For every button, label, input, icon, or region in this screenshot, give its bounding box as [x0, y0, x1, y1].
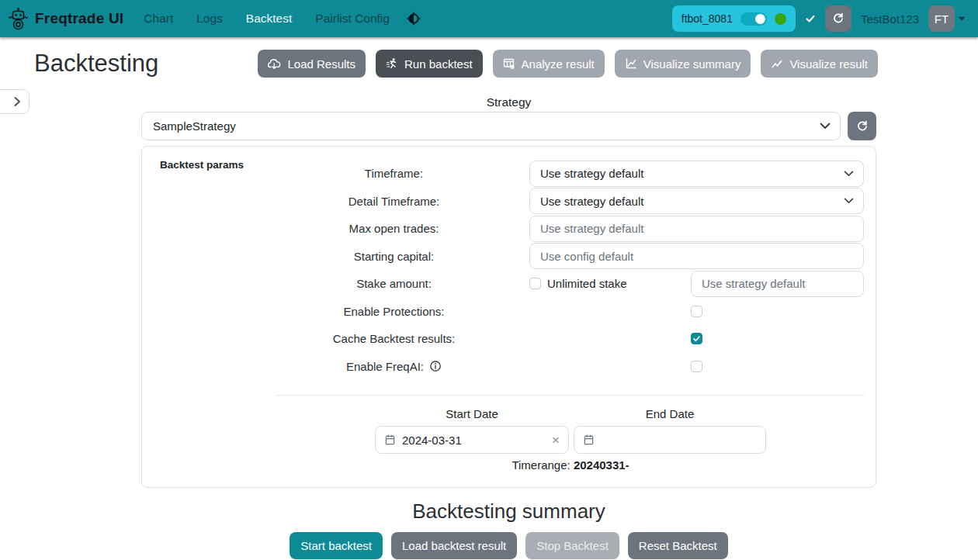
param-row-cache-backtest-results: Cache Backtest results: [142, 325, 863, 353]
info-icon[interactable] [429, 360, 442, 372]
bot-toggle[interactable] [740, 12, 767, 26]
robot-logo-icon [8, 7, 29, 30]
timerange-value: 20240331- [574, 458, 629, 472]
header-buttons: Load Results Run backtest [258, 50, 878, 78]
enable-freqai-checkbox[interactable] [691, 361, 702, 372]
stake-amount-input[interactable] [691, 271, 864, 297]
end-date-label: End Date [574, 407, 766, 420]
param-row-starting-capital: Starting capital: [142, 243, 863, 271]
summary-title: Backtesting summary [141, 500, 876, 524]
page-title: Backtesting [34, 50, 158, 78]
page-header: Backtesting Load Results Run backtest [34, 42, 878, 85]
enable-protections-checkbox[interactable] [691, 306, 702, 317]
bot-badge[interactable]: ftbot_8081 [672, 5, 796, 32]
theme-adjust-icon[interactable] [407, 12, 421, 26]
load-results-button[interactable]: Load Results [258, 50, 366, 78]
stop-backtest-button[interactable]: Stop Backtest [525, 532, 619, 559]
scatter-chart-icon [771, 57, 783, 70]
timeframe-select[interactable]: Use strategy default [529, 161, 864, 187]
run-backtest-button[interactable]: Run backtest [376, 50, 483, 78]
param-row-max-open-trades: Max open trades: [142, 215, 863, 243]
cache-backtest-results-checkbox[interactable] [691, 333, 702, 344]
start-date-label: Start Date [375, 407, 569, 420]
unlimited-stake-checkbox[interactable] [529, 278, 541, 289]
refresh-strategies-button[interactable] [848, 112, 876, 140]
caret-down-icon [958, 16, 966, 22]
divider [276, 395, 865, 396]
unlimited-stake-label: Unlimited stake [547, 277, 627, 290]
analyze-result-button[interactable]: Analyze result [493, 50, 605, 78]
account-menu[interactable]: FT [928, 5, 966, 32]
bot-online-dot [775, 13, 786, 25]
visualize-summary-button[interactable]: Visualize summary [615, 50, 751, 78]
check-icon [805, 13, 816, 24]
nav-link-pairlist-config[interactable]: Pairlist Config [315, 12, 390, 26]
line-chart-icon [625, 57, 637, 70]
clear-date-icon[interactable]: × [552, 434, 560, 447]
param-row-detail-timeframe: Detail Timeframe: Use strategy default [142, 188, 863, 216]
cloud-download-icon [268, 58, 281, 70]
max-open-trades-input[interactable] [529, 216, 864, 242]
strategy-select[interactable]: SampleStrategy [141, 112, 841, 140]
strategy-label: Strategy [141, 95, 876, 109]
main-content: Strategy SampleStrategy Backtest params … [141, 95, 876, 559]
starting-capital-input[interactable] [529, 243, 864, 269]
app-title: Freqtrade UI [35, 10, 123, 27]
refresh-bot-button[interactable] [825, 5, 851, 32]
start-date-value: 2024-03-31 [402, 434, 462, 447]
bot-name: ftbot_8081 [681, 12, 733, 25]
nav-link-backtest[interactable]: Backtest [246, 12, 292, 26]
param-row-enable-protections: Enable Protections: [142, 298, 863, 326]
panel-legend: Backtest params [160, 159, 244, 171]
reset-backtest-button[interactable]: Reset Backtest [628, 532, 728, 559]
navbar-right: ftbot_8081 TestBot123 FT [672, 5, 966, 32]
param-row-timeframe: Timeframe: Use strategy default [142, 160, 863, 188]
end-date-input[interactable] [574, 426, 766, 454]
start-date-input[interactable]: 2024-03-31 × [375, 426, 569, 454]
brand[interactable]: Freqtrade UI [8, 7, 123, 30]
nav-links: Chart Logs Backtest Pairlist Config [144, 12, 390, 26]
load-backtest-result-button[interactable]: Load backtest result [391, 532, 517, 559]
summary-buttons: Start backtest Load backtest result Stop… [141, 532, 876, 559]
param-row-stake-amount: Stake amount: Unlimited stake [142, 270, 863, 298]
chevron-right-icon [12, 96, 22, 107]
chevron-down-icon [844, 198, 854, 204]
backtest-params-panel: Backtest params Timeframe: Use strategy … [141, 146, 876, 488]
start-backtest-button[interactable]: Start backtest [290, 532, 383, 559]
nav-link-logs[interactable]: Logs [196, 12, 223, 26]
nav-link-chart[interactable]: Chart [144, 12, 173, 26]
detail-timeframe-select[interactable]: Use strategy default [529, 188, 864, 214]
table-gear-icon [503, 57, 515, 70]
chevron-down-icon [820, 123, 831, 130]
sidebar-expand-button[interactable] [0, 89, 29, 114]
calendar-icon [384, 434, 396, 446]
avatar[interactable]: FT [928, 5, 955, 32]
visualize-result-button[interactable]: Visualize result [761, 50, 878, 78]
runner-icon [386, 57, 398, 70]
timerange-text: Timerange: 20240331- [276, 458, 865, 472]
param-row-enable-freqai: Enable FreqAI: [142, 353, 863, 381]
bot-username: TestBot123 [861, 12, 919, 26]
calendar-icon [583, 434, 595, 446]
chevron-down-icon [844, 171, 854, 177]
navbar: Freqtrade UI Chart Logs Backtest Pairlis… [0, 0, 978, 37]
